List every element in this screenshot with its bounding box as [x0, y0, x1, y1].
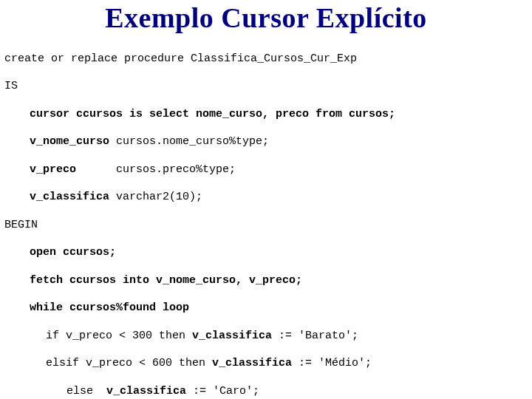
code-line: else v_classifica := 'Caro';: [4, 385, 532, 399]
code-line: v_classifica varchar2(10);: [4, 191, 532, 205]
code-token: else: [66, 385, 106, 398]
code-block: create or replace procedure Classifica_C…: [0, 38, 532, 399]
code-token: v_classifica: [30, 191, 109, 203]
code-token: varchar2(10);: [109, 191, 202, 203]
code-token: if v_preco < 300 then: [46, 330, 192, 342]
code-line: cursor ccursos is select nome_curso, pre…: [4, 108, 532, 122]
code-line: open ccursos;: [4, 246, 532, 260]
code-line: create or replace procedure Classifica_C…: [4, 52, 532, 66]
code-token: := 'Médio';: [292, 357, 372, 369]
code-line: fetch ccursos into v_nome_curso, v_preco…: [4, 274, 532, 288]
code-token: := 'Barato';: [272, 330, 358, 342]
code-token: := 'Caro';: [186, 385, 259, 398]
code-token: v_classifica: [106, 385, 186, 398]
code-line: elsif v_preco < 600 then v_classifica :=…: [4, 357, 532, 371]
code-token: v_preco: [30, 163, 76, 176]
code-line: while ccursos%found loop: [4, 301, 532, 316]
code-token: elsif v_preco < 600 then: [46, 357, 212, 369]
code-line: BEGIN: [4, 219, 532, 233]
code-line: v_nome_curso cursos.nome_curso%type;: [4, 135, 532, 149]
code-line: v_preco cursos.preco%type;: [4, 163, 532, 177]
code-token: v_nome_curso: [30, 135, 109, 148]
code-token: cursos.preco%type;: [76, 163, 236, 176]
slide-title: Exemplo Cursor Explícito: [0, 1, 532, 34]
code-token: cursos.nome_curso%type;: [109, 135, 269, 148]
code-line: if v_preco < 300 then v_classifica := 'B…: [4, 330, 532, 344]
code-line: IS: [4, 80, 532, 94]
code-token: v_classifica: [192, 330, 272, 342]
code-token: v_classifica: [212, 357, 292, 369]
